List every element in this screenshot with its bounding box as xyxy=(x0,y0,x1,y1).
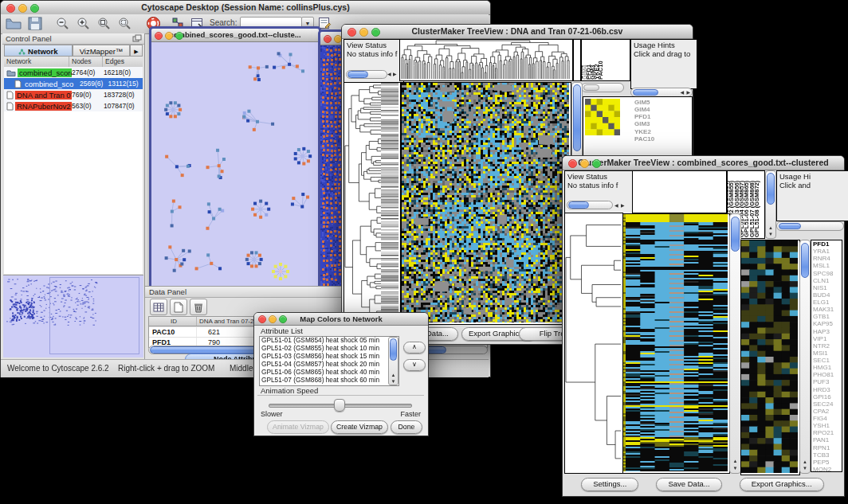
gene-label[interactable]: HAP3 xyxy=(813,328,842,335)
scroll-up-icon[interactable]: ▲ xyxy=(768,225,773,230)
gene-label[interactable]: HMG1 xyxy=(813,364,842,371)
gene-list-v-scrollbar[interactable]: ▲ ▼ xyxy=(799,240,811,474)
minimize-icon[interactable] xyxy=(580,159,589,168)
gene-label[interactable]: CLN1 xyxy=(813,277,842,284)
animate-vizmap-button[interactable]: Animate Vizmap xyxy=(267,420,329,434)
treeview-button[interactable]: Export Graphics... xyxy=(740,478,824,491)
scroll-down-icon[interactable]: ▼ xyxy=(768,232,773,236)
zoomed-heatmap-panel[interactable] xyxy=(740,240,800,475)
network-list-item[interactable]: combined_scores2764(0)16218(0) xyxy=(4,67,143,78)
delete-attribute-trash-icon[interactable] xyxy=(190,299,207,315)
save-icon[interactable] xyxy=(28,17,42,30)
scroll-up-icon[interactable]: ▲ xyxy=(391,373,396,377)
attribute-list-v-scrollbar[interactable]: ▲ ▼ xyxy=(388,337,398,385)
network-list-item[interactable]: DNA and Tran 07769(0)183728(0) xyxy=(4,89,143,100)
gene-label[interactable]: SPC98 xyxy=(813,270,842,277)
gene-label[interactable]: RPN1 xyxy=(813,444,842,451)
attribute-list-item[interactable]: GPL51-01 (GSM854) heat shock 05 min xyxy=(260,337,398,345)
gene-label[interactable]: KAP95 xyxy=(813,320,842,327)
gene-label[interactable]: PHO81 xyxy=(813,371,842,378)
gene-label[interactable]: MSI1 xyxy=(813,350,842,357)
attribute-list-item[interactable]: GPL51-02 (GSM855) heat shock 10 min xyxy=(260,345,398,353)
gene-label[interactable]: PFD1 xyxy=(813,240,842,248)
close-icon[interactable] xyxy=(155,32,163,40)
column-dendrogram-panel[interactable] xyxy=(632,170,727,213)
attribute-table-icon[interactable] xyxy=(150,299,167,315)
close-icon[interactable] xyxy=(568,159,577,168)
zoom-fit-icon[interactable] xyxy=(96,17,111,30)
gene-label[interactable]: CPA2 xyxy=(813,408,842,415)
treeview-button[interactable]: Settings... xyxy=(581,478,638,491)
column-label[interactable]: GPL51-08 (GSM872) xyxy=(754,181,760,237)
view-status-h-scrollbar[interactable] xyxy=(567,201,613,209)
scroll-right-icon[interactable]: ▶ xyxy=(393,72,397,76)
mini-heatmap[interactable] xyxy=(585,99,620,135)
main-title-bar[interactable]: Cytoscape Desktop (Session Name: collins… xyxy=(1,1,490,15)
zoom-selected-icon[interactable] xyxy=(117,17,132,30)
move-up-button[interactable]: ∧ xyxy=(403,342,426,354)
gene-label[interactable]: YSH1 xyxy=(813,422,842,429)
treeview-button[interactable]: Save Data... xyxy=(656,478,721,491)
zoom-in-icon[interactable] xyxy=(76,17,90,30)
network-canvas[interactable] xyxy=(151,42,314,289)
column-dendrogram-panel[interactable] xyxy=(399,39,573,81)
row-label[interactable]: PAC10 xyxy=(634,135,690,143)
network-view-window[interactable]: combined_scores_good.txt--cluste... xyxy=(149,26,321,295)
column-label[interactable]: PAC10 xyxy=(598,61,603,80)
map-colors-dialog[interactable]: Map Colors to Network Attribute List GPL… xyxy=(253,312,429,436)
tab-vizmapper[interactable]: VizMapper™ xyxy=(73,45,130,57)
gene-label[interactable]: NIS1 xyxy=(813,284,842,291)
gene-label[interactable]: GPI16 xyxy=(813,393,842,400)
scroll-down-icon[interactable]: ▼ xyxy=(733,466,738,471)
treeview-combined-window[interactable]: ClusterMaker TreeView : combined_scores_… xyxy=(562,155,845,497)
gene-label[interactable]: SEC24 xyxy=(813,400,842,408)
scroll-down-icon[interactable]: ▼ xyxy=(391,379,396,384)
speed-slider-thumb[interactable] xyxy=(334,399,345,412)
row-label[interactable]: GIM5 xyxy=(634,99,690,106)
network-list-item[interactable]: combined_sco2569(6)13112(15) xyxy=(4,78,143,89)
gene-label[interactable]: GTB1 xyxy=(813,313,842,320)
minimize-icon[interactable] xyxy=(18,4,27,13)
gene-label[interactable]: NTR2 xyxy=(813,342,842,350)
gene-label[interactable]: PUF3 xyxy=(813,378,842,385)
gene-label[interactable]: FIG4 xyxy=(813,415,842,422)
scroll-left-icon[interactable]: ◀ xyxy=(680,90,684,95)
gene-label[interactable]: PAN1 xyxy=(813,436,842,443)
gene-label[interactable]: TCB3 xyxy=(813,451,842,459)
heatmap-panel[interactable] xyxy=(401,82,571,325)
attribute-list-item[interactable]: GPL51-03 (GSM856) heat shock 15 min xyxy=(260,353,398,361)
gene-label[interactable]: VIP1 xyxy=(813,335,842,342)
zoom-window-icon[interactable] xyxy=(592,159,601,168)
row-label[interactable]: YKE2 xyxy=(634,128,690,135)
minimize-icon[interactable] xyxy=(165,32,173,40)
zoom-out-icon[interactable] xyxy=(55,17,69,30)
move-down-button[interactable]: ∨ xyxy=(403,359,426,371)
gene-label[interactable]: HRD3 xyxy=(813,386,842,393)
gene-label[interactable]: RPO21 xyxy=(813,429,842,436)
scroll-up-icon[interactable]: ▲ xyxy=(803,459,807,464)
done-button[interactable]: Done xyxy=(391,420,422,434)
float-panel-icon[interactable] xyxy=(132,34,142,43)
row-label[interactable]: GIM4 xyxy=(634,106,690,113)
usage-hints-h-scrollbar[interactable] xyxy=(776,221,844,231)
gene-label[interactable]: MSL1 xyxy=(813,262,842,269)
birdseye-view[interactable] xyxy=(3,275,143,358)
scroll-right-icon[interactable]: ▶ xyxy=(686,90,690,95)
gene-label[interactable]: YRA1 xyxy=(813,248,842,255)
tab-network[interactable]: Network xyxy=(4,45,73,57)
zoom-window-icon[interactable] xyxy=(371,28,380,37)
row-dendrogram-panel[interactable] xyxy=(564,213,623,474)
labels-v-scrollbar[interactable]: ▲ ▼ xyxy=(765,170,776,239)
row-label[interactable]: GIM3 xyxy=(634,120,690,127)
close-icon[interactable] xyxy=(6,4,15,13)
heatmap-panel[interactable] xyxy=(622,213,730,474)
tab-overflow-arrow-icon[interactable]: ▶ xyxy=(130,45,143,57)
attribute-list[interactable]: GPL51-01 (GSM854) heat shock 05 minGPL51… xyxy=(259,336,399,386)
network-list-item[interactable]: RNAPuberNov2+563(0)107847(0) xyxy=(4,100,143,111)
column-labels-panel[interactable]: GIM5GIM4PFD1GIM3YKE2PAC10 xyxy=(581,39,630,81)
gene-label[interactable]: ELG1 xyxy=(813,299,842,306)
scroll-up-icon[interactable]: ▲ xyxy=(733,459,738,463)
close-icon[interactable] xyxy=(324,35,332,43)
zoom-window-icon[interactable] xyxy=(175,32,183,40)
zoom-window-icon[interactable] xyxy=(30,4,39,13)
